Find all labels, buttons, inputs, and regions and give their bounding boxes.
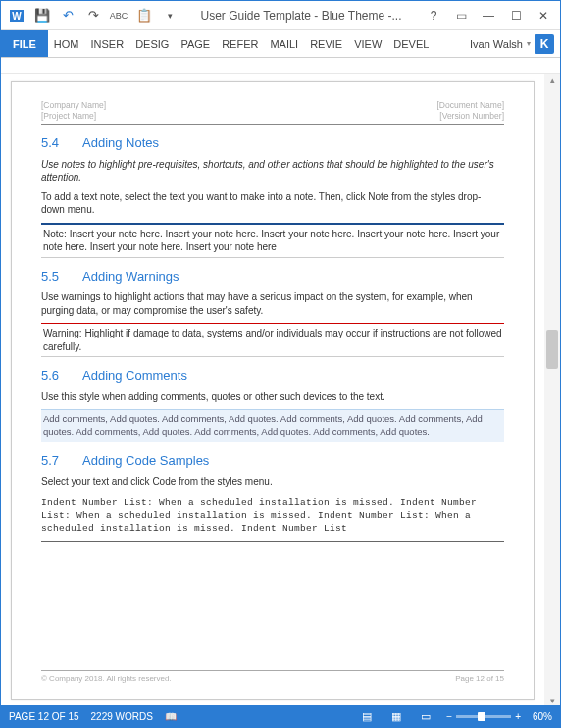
- file-tab[interactable]: FILE: [1, 30, 48, 57]
- ribbon-display-icon[interactable]: ▭: [448, 5, 474, 26]
- chevron-down-icon: ▾: [527, 39, 531, 48]
- tab-design[interactable]: DESIG: [129, 30, 175, 57]
- minimize-icon[interactable]: —: [476, 5, 501, 26]
- zoom-slider[interactable]: − +: [446, 711, 521, 722]
- redo-icon[interactable]: ↷: [81, 4, 105, 27]
- window-controls: ? ▭ — ☐ ✕: [421, 5, 556, 26]
- tab-page[interactable]: PAGE: [175, 30, 216, 57]
- document-title: User Guide Template - Blue Theme -...: [185, 9, 417, 23]
- zoom-track[interactable]: [456, 715, 511, 718]
- proofing-icon[interactable]: 📖: [165, 711, 177, 722]
- tab-home[interactable]: HOM: [48, 30, 85, 57]
- page-header: [Company Name][Project Name] [Document N…: [41, 100, 504, 125]
- code-box: Indent Number List: When a scheduled ins…: [41, 494, 504, 542]
- scrollbar-track[interactable]: [544, 87, 560, 694]
- user-badge: K: [535, 34, 554, 54]
- tab-developer[interactable]: DEVEL: [387, 30, 434, 57]
- scrollbar-thumb[interactable]: [546, 330, 558, 369]
- tab-view[interactable]: VIEW: [348, 30, 387, 57]
- tab-insert[interactable]: INSER: [85, 30, 130, 57]
- quick-access-toolbar: W 💾 ↶ ↷ ABC 📋 ▾: [5, 4, 181, 27]
- header-version: [Version Number]: [439, 111, 504, 121]
- web-layout-icon[interactable]: ▭: [417, 708, 434, 724]
- header-docname: [Document Name]: [437, 100, 505, 110]
- save-icon[interactable]: 💾: [30, 4, 54, 27]
- status-words[interactable]: 2229 WORDS: [91, 711, 153, 722]
- body-text: Use notes to highlight pre-requisites, s…: [41, 158, 504, 184]
- help-icon[interactable]: ?: [421, 5, 446, 26]
- page-footer: © Company 2018. All rights reserved. Pag…: [41, 670, 504, 685]
- zoom-in-icon[interactable]: +: [515, 711, 521, 722]
- user-account[interactable]: Ivan Walsh ▾ K: [464, 30, 560, 57]
- tab-review[interactable]: REVIE: [304, 30, 348, 57]
- read-mode-icon[interactable]: ▤: [358, 708, 376, 724]
- note-box: Note: Insert your note here. Insert your…: [41, 223, 504, 258]
- warning-box: Warning: Highlight if damage to data, sy…: [41, 323, 504, 357]
- scroll-up-icon[interactable]: ▴: [550, 74, 555, 87]
- status-page[interactable]: PAGE 12 OF 15: [9, 711, 79, 722]
- status-bar: PAGE 12 OF 15 2229 WORDS 📖 ▤ ▦ ▭ − + 60%: [1, 705, 560, 727]
- paste-icon[interactable]: 📋: [132, 4, 156, 27]
- footer-copyright: © Company 2018. All rights reserved.: [41, 674, 172, 685]
- heading-57: 5.7Adding Code Samples: [41, 452, 504, 470]
- heading-55: 5.5Adding Warnings: [41, 268, 504, 286]
- zoom-thumb[interactable]: [478, 712, 485, 721]
- title-bar: W 💾 ↶ ↷ ABC 📋 ▾ User Guide Template - Bl…: [1, 1, 560, 30]
- page: [Company Name][Project Name] [Document N…: [11, 81, 535, 700]
- document-area: ◢ [Company Name][Project Name] [Document…: [1, 74, 560, 707]
- comment-box: Add comments, Add quotes. Add comments, …: [41, 409, 504, 442]
- body-text: Use warnings to highlight actions that m…: [41, 290, 504, 317]
- tab-references[interactable]: REFER: [216, 30, 264, 57]
- word-icon[interactable]: W: [5, 4, 28, 27]
- maximize-icon[interactable]: ☐: [503, 5, 529, 26]
- body-text: Use this style when adding comments, quo…: [41, 390, 504, 404]
- svg-text:W: W: [12, 11, 22, 22]
- heading-56: 5.6Adding Comments: [41, 367, 504, 385]
- undo-icon[interactable]: ↶: [56, 4, 79, 27]
- tab-mailings[interactable]: MAILI: [264, 30, 304, 57]
- qat-customize-icon[interactable]: ▾: [158, 4, 181, 27]
- heading-54: 5.4Adding Notes: [41, 134, 504, 152]
- vertical-scrollbar[interactable]: ▴ ▾: [544, 74, 560, 707]
- header-project: [Project Name]: [41, 111, 96, 121]
- ribbon-tabs: FILE HOM INSER DESIG PAGE REFER MAILI RE…: [1, 30, 560, 58]
- zoom-out-icon[interactable]: −: [446, 711, 452, 722]
- header-company: [Company Name]: [41, 100, 106, 110]
- print-layout-icon[interactable]: ▦: [387, 708, 405, 724]
- user-name: Ivan Walsh: [470, 38, 523, 50]
- zoom-level[interactable]: 60%: [533, 711, 552, 722]
- body-text: To add a text note, select the text you …: [41, 190, 504, 217]
- spellcheck-icon[interactable]: ABC: [107, 4, 130, 27]
- ruler[interactable]: [1, 58, 560, 74]
- body-text: Select your text and click Code from the…: [41, 475, 504, 489]
- footer-page-num: Page 12 of 15: [455, 674, 504, 685]
- close-icon[interactable]: ✕: [531, 5, 556, 26]
